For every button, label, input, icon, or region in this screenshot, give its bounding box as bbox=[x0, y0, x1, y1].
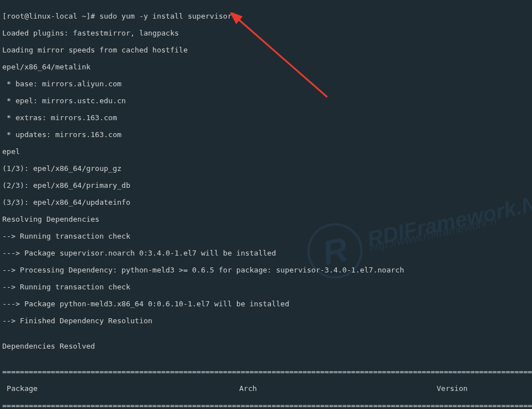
output-line: --> Running transaction check bbox=[2, 283, 530, 291]
output-line: epel bbox=[2, 147, 530, 156]
output-line: Dependencies Resolved bbox=[2, 342, 530, 350]
divider-eq: ========================================… bbox=[2, 401, 530, 409]
output-line: * base: mirrors.aliyun.com bbox=[2, 80, 530, 88]
output-line: epel/x86_64/metalink bbox=[2, 63, 530, 71]
output-line: --> Processing Dependency: python-meld3 … bbox=[2, 266, 530, 274]
output-line: Loaded plugins: fastestmirror, langpacks bbox=[2, 29, 530, 37]
output-line: ---> Package python-meld3.x86_64 0:0.6.1… bbox=[2, 300, 530, 308]
col-version: Version bbox=[437, 384, 468, 393]
output-line: * extras: mirrors.163.com bbox=[2, 113, 530, 122]
output-line: --> Finished Dependency Resolution bbox=[2, 316, 530, 325]
output-line: Loading mirror speeds from cached hostfi… bbox=[2, 46, 530, 54]
col-arch: Arch bbox=[239, 384, 437, 393]
shell-prompt-line[interactable]: [root@linux-local ~]# sudo yum -y instal… bbox=[2, 12, 530, 20]
output-line: ---> Package supervisor.noarch 0:3.4.0-1… bbox=[2, 249, 530, 257]
col-package: Package bbox=[2, 384, 239, 393]
table-header-row: PackageArchVersion bbox=[2, 384, 530, 393]
output-line: (2/3): epel/x86_64/primary_db bbox=[2, 181, 530, 190]
output-line: --> Running transaction check bbox=[2, 232, 530, 240]
output-line: * epel: mirrors.ustc.edu.cn bbox=[2, 96, 530, 105]
output-line: (3/3): epel/x86_64/updateinfo bbox=[2, 198, 530, 206]
output-line: * updates: mirrors.163.com bbox=[2, 130, 530, 139]
output-line: Resolving Dependencies bbox=[2, 215, 530, 223]
output-line: (1/3): epel/x86_64/group_gz bbox=[2, 164, 530, 173]
terminal-output: [root@linux-local ~]# sudo yum -y instal… bbox=[0, 0, 532, 409]
divider-eq: ========================================… bbox=[2, 367, 530, 376]
